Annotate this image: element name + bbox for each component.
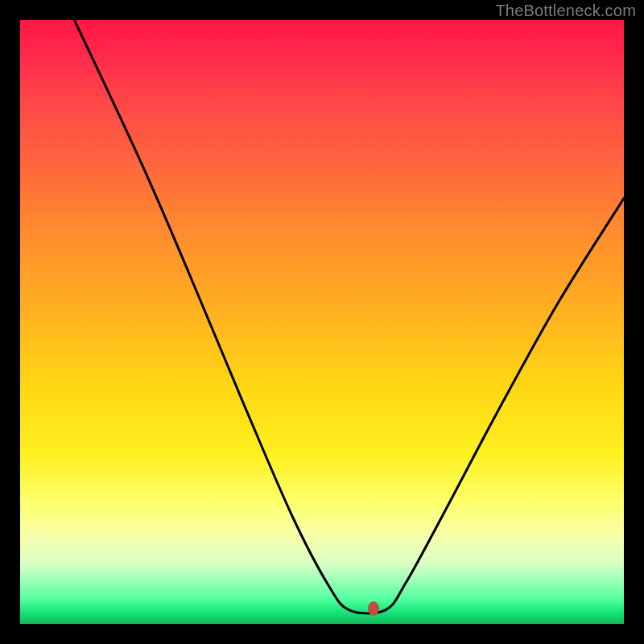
bottleneck-curve [20, 20, 624, 624]
optimal-marker [368, 601, 379, 616]
watermark-text: TheBottleneck.com [495, 2, 636, 20]
chart-frame: TheBottleneck.com [0, 0, 644, 644]
